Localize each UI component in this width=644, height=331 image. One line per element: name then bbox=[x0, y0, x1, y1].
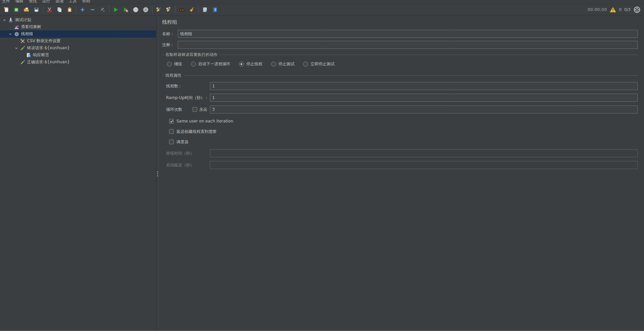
radio-icon[interactable] bbox=[167, 62, 172, 67]
search-icon[interactable] bbox=[179, 7, 185, 13]
forever-label: 永远 bbox=[199, 107, 207, 112]
startup-delay-label: 启动延迟（秒） bbox=[166, 162, 210, 168]
panel-splitter[interactable] bbox=[156, 15, 159, 330]
thread-group-panel: 线程组 名称： 注释： 在取样器错误后要执行的动作 继续 bbox=[159, 15, 644, 330]
menu-run[interactable]: 运行 bbox=[41, 0, 51, 4]
tree-item-view-results-tree[interactable]: 查看结果树 bbox=[0, 23, 156, 30]
radio-stop-thread[interactable]: 停止线程 bbox=[239, 61, 262, 67]
toolbar-separator bbox=[109, 6, 109, 13]
delayed-start-checkbox[interactable] bbox=[169, 129, 174, 134]
loop-row: 循环次数 永远 bbox=[162, 105, 638, 113]
error-action-border: 在取样器错误后要执行的动作 bbox=[162, 52, 638, 58]
rampup-label: Ramp-Up时间（秒）： bbox=[166, 95, 210, 101]
scheduler-checkbox[interactable] bbox=[169, 140, 174, 144]
tree-item-error-request[interactable]: 错误请求-${xunhuan} bbox=[0, 45, 156, 52]
start-no-pauses-icon[interactable] bbox=[123, 7, 129, 13]
tree-item-response-assertion[interactable]: 响应断言 bbox=[0, 52, 156, 59]
remove-icon[interactable] bbox=[90, 7, 96, 13]
tree-item-test-plan[interactable]: 测试计划 bbox=[0, 16, 156, 23]
tree-item-label: 线程组 bbox=[21, 31, 33, 37]
name-input[interactable] bbox=[178, 30, 638, 38]
loop-count-input[interactable] bbox=[210, 105, 638, 113]
same-user-checkbox[interactable] bbox=[169, 119, 174, 123]
cut-icon[interactable] bbox=[46, 7, 52, 13]
tree-item-label: 查看结果树 bbox=[21, 24, 41, 30]
tree-item-correct-request[interactable]: 正确请求-${xunhuan} bbox=[0, 59, 156, 66]
svg-text:STOP: STOP bbox=[134, 9, 137, 10]
radio-label: 停止线程 bbox=[246, 61, 262, 67]
tree-item-label: 测试计划 bbox=[15, 17, 31, 23]
loop-count-label: 循环次数 bbox=[166, 107, 192, 112]
test-plan-icon bbox=[8, 17, 13, 23]
add-icon[interactable] bbox=[80, 7, 86, 13]
menu-file[interactable]: 文件 bbox=[1, 0, 11, 4]
assertion-icon bbox=[26, 53, 31, 58]
toolbar-separator bbox=[152, 6, 152, 13]
templates-icon[interactable] bbox=[13, 7, 19, 13]
menu-search[interactable]: 查找 bbox=[27, 0, 38, 4]
tree-item-label: 错误请求-${xunhuan} bbox=[27, 45, 70, 51]
shutdown-icon[interactable] bbox=[143, 7, 149, 13]
open-file-icon[interactable] bbox=[23, 7, 29, 13]
threads-label: 线程数： bbox=[166, 83, 210, 89]
delayed-start-label: 延迟创建线程直到需要 bbox=[176, 129, 217, 135]
clear-search-icon[interactable] bbox=[189, 7, 195, 13]
radio-start-next-loop[interactable]: 启动下一进程循环 bbox=[191, 61, 230, 67]
delayed-start-row: 延迟创建线程直到需要 bbox=[162, 129, 638, 134]
chevron-down-icon[interactable] bbox=[8, 32, 13, 36]
tree-item-label: 响应断言 bbox=[33, 52, 49, 58]
same-user-row: Same user on each iteration bbox=[162, 118, 638, 124]
radio-icon[interactable] bbox=[271, 62, 276, 67]
radio-stop-test-now[interactable]: 立即停止测试 bbox=[303, 61, 335, 67]
paste-icon[interactable] bbox=[67, 7, 73, 13]
test-plan-tree: 测试计划 查看结果树 线程组 CSV 数据文件设置 bbox=[0, 15, 156, 330]
duration-label: 持续时间（秒） bbox=[166, 151, 210, 156]
thread-count: 0/3 bbox=[624, 7, 631, 12]
chevron-down-icon[interactable] bbox=[2, 18, 7, 22]
toolbar-separator bbox=[198, 6, 199, 13]
menu-edit[interactable]: 编辑 bbox=[14, 0, 25, 4]
new-file-icon[interactable] bbox=[3, 7, 9, 13]
splitter-handle[interactable] bbox=[157, 171, 158, 176]
content-area: 测试计划 查看结果树 线程组 CSV 数据文件设置 bbox=[0, 15, 644, 330]
toolbar: STOP ? 00:00:00 0 bbox=[0, 4, 644, 15]
csv-config-icon bbox=[20, 38, 25, 44]
tree-item-label: CSV 数据文件设置 bbox=[27, 38, 60, 44]
threads-input[interactable] bbox=[210, 82, 638, 90]
name-label: 名称： bbox=[162, 31, 178, 37]
radio-icon[interactable] bbox=[239, 62, 244, 67]
radio-icon[interactable] bbox=[303, 62, 308, 67]
toggle-icon[interactable] bbox=[100, 7, 106, 13]
radio-label: 停止测试 bbox=[278, 61, 294, 67]
radio-icon[interactable] bbox=[191, 62, 196, 67]
start-icon[interactable] bbox=[113, 7, 119, 13]
stop-icon[interactable]: STOP bbox=[133, 7, 139, 13]
menu-help[interactable]: 帮助 bbox=[81, 0, 92, 4]
tree-item-thread-group[interactable]: 线程组 bbox=[0, 30, 156, 37]
clear-all-icon[interactable] bbox=[166, 7, 172, 13]
warning-icon[interactable] bbox=[610, 7, 616, 13]
tree-item-csv-config[interactable]: CSV 数据文件设置 bbox=[0, 37, 156, 45]
clear-icon[interactable] bbox=[156, 7, 162, 13]
forever-checkbox[interactable] bbox=[192, 107, 197, 112]
function-helper-icon[interactable] bbox=[202, 7, 208, 13]
sampler-icon bbox=[20, 60, 25, 65]
tree-item-label: 正确请求-${xunhuan} bbox=[27, 59, 70, 65]
menu-bar: 文件 编辑 查找 运行 选项 工具 帮助 bbox=[0, 0, 644, 4]
menu-tools[interactable]: 工具 bbox=[68, 0, 78, 4]
help-icon[interactable]: ? bbox=[212, 7, 218, 13]
comment-input[interactable] bbox=[178, 41, 638, 49]
jmeter-window: 文件 编辑 查找 运行 选项 工具 帮助 bbox=[0, 0, 644, 331]
duration-input bbox=[210, 149, 638, 157]
radio-continue[interactable]: 继续 bbox=[167, 61, 182, 67]
sampler-icon bbox=[20, 46, 25, 51]
radio-stop-test[interactable]: 停止测试 bbox=[271, 61, 294, 67]
copy-icon[interactable] bbox=[56, 7, 62, 13]
error-action-legend: 在取样器错误后要执行的动作 bbox=[165, 52, 220, 58]
chevron-down-icon[interactable] bbox=[14, 46, 19, 51]
rampup-input[interactable] bbox=[210, 94, 638, 102]
save-icon[interactable] bbox=[33, 7, 39, 13]
startup-delay-row: 启动延迟（秒） bbox=[162, 161, 638, 169]
threads-row: 线程数： bbox=[162, 82, 638, 90]
menu-options[interactable]: 选项 bbox=[54, 0, 65, 4]
